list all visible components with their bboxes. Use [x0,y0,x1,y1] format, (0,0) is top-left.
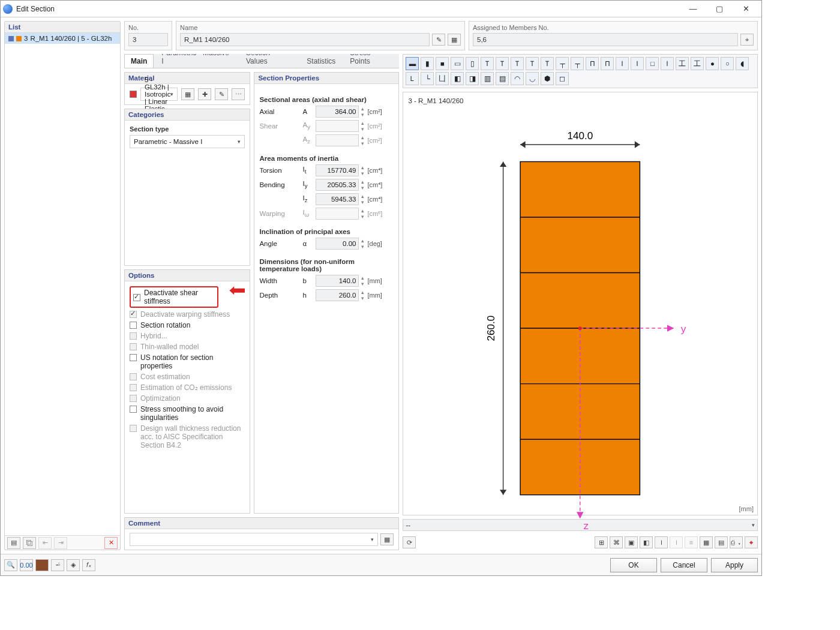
stepper-icon[interactable]: ▴▾ [359,289,366,301]
assigned-input[interactable]: 5,6 [473,33,738,46]
name-input[interactable]: R_M1 140/260 [180,33,430,46]
shape-button[interactable]: ▥ [481,72,494,85]
maximize-button[interactable]: ▢ [706,1,733,17]
shape-button[interactable]: ▭ [451,57,464,70]
stepper-icon[interactable]: ▴▾ [359,164,366,176]
shape-button[interactable]: ⬢ [541,72,554,85]
shape-button[interactable]: Π [586,57,599,70]
shape-button[interactable]: ◡ [526,72,539,85]
ok-button[interactable]: OK [610,558,657,572]
library-button[interactable]: ▦ [448,34,461,46]
stepper-icon[interactable]: ▴▾ [359,120,366,132]
edit-name-button[interactable]: ✎ [432,34,445,46]
stepper-icon[interactable]: ▴▾ [359,275,366,287]
shape-button[interactable]: Ｔ [481,57,494,70]
shape-button[interactable]: ▤ [496,72,509,85]
shape-button[interactable]: Ｌ [406,72,419,85]
list-item[interactable]: 3 R_M1 140/260 | 5 - GL32h [5,33,120,44]
material-new-button[interactable]: ✚ [198,88,211,100]
footer-help-button[interactable]: 🔍 [4,559,17,571]
property-value-input[interactable]: 260.0 [316,289,359,301]
material-edit-button[interactable]: ✎ [215,88,228,100]
shape-button[interactable]: ○ [721,57,734,70]
property-value-input[interactable]: 15770.49 [316,164,359,176]
footer-color-button[interactable] [35,559,49,571]
tab-main[interactable]: Main [124,54,154,68]
checkbox[interactable] [130,354,137,361]
shape-button[interactable]: ▯ [466,57,479,70]
footer-tool-button[interactable]: ⩫ [51,559,64,571]
property-value-input[interactable] [316,120,359,132]
checkbox[interactable] [133,294,140,301]
nav-next-button[interactable]: ⇥ [54,537,67,549]
footer-fx-button[interactable]: fₓ [82,559,95,571]
stepper-icon[interactable]: ▴▾ [359,208,366,220]
material-extra-button[interactable]: ⋯ [232,88,245,100]
stepper-icon[interactable]: ▴▾ [359,106,366,118]
copy-item-button[interactable]: ⿻ [23,537,36,549]
sectiontype-dropdown[interactable]: Parametric - Massive I ▾ [130,135,245,148]
shape-button[interactable]: 工 [676,57,689,70]
shape-button[interactable]: Ｉ [661,57,674,70]
shape-button[interactable]: ◨ [466,72,479,85]
material-library-button[interactable]: ▦ [181,88,194,100]
material-dropdown[interactable]: 5 - GL32h | Isotropic | Linear Elastic ▾ [140,88,178,101]
stepper-icon[interactable]: ▴▾ [359,193,366,205]
shape-button[interactable]: Ｉ [616,57,629,70]
shape-button[interactable]: ◖ [736,57,749,70]
option-row[interactable]: US notation for section properties [130,352,245,371]
shape-button[interactable]: └ [421,72,434,85]
no-input[interactable]: 3 [128,33,168,46]
footer-units-button[interactable]: 0.00 [20,559,33,571]
property-value-input[interactable]: 20505.33 [316,179,359,191]
new-item-button[interactable]: ▤ [7,537,20,549]
stepper-icon[interactable]: ▴▾ [359,238,366,250]
checkbox[interactable] [130,406,137,413]
tab-stress-points[interactable]: Stress Points [343,54,398,68]
shape-button[interactable]: ● [706,57,719,70]
property-value-input[interactable]: 0.00 [316,238,359,250]
nav-prev-button[interactable]: ⇤ [38,537,52,549]
shape-button[interactable]: 工 [691,57,704,70]
shape-button[interactable]: Ｔ [541,57,554,70]
property-value-input[interactable] [316,208,359,220]
shape-button[interactable]: 凵 [436,72,449,85]
shape-button[interactable]: ◻ [556,72,569,85]
option-row[interactable]: Section rotation [130,320,245,331]
tab-section-values[interactable]: Section Values [239,54,299,68]
shape-button[interactable]: Ｔ [496,57,509,70]
preview-tool-button[interactable]: Ｉ [670,536,683,548]
shape-button[interactable]: □ [646,57,659,70]
shape-button[interactable]: ■ [436,57,449,70]
shape-button[interactable]: Ｔ [526,57,539,70]
minimize-button[interactable]: — [680,1,706,17]
cancel-button[interactable]: Cancel [661,558,707,572]
shape-button[interactable]: Ｔ [511,57,524,70]
shape-button[interactable]: ▮ [421,57,434,70]
tab-parametric[interactable]: Parametric - Massive I [155,54,238,68]
comment-library-button[interactable]: ▦ [380,533,394,545]
shape-button[interactable]: ┬ [571,57,584,70]
shape-button[interactable]: ◧ [451,72,464,85]
pick-members-button[interactable]: ⌖ [740,34,754,46]
shape-button[interactable]: ┬ [556,57,569,70]
shape-button[interactable]: Ｉ [631,57,644,70]
delete-item-button[interactable]: ✕ [104,537,118,549]
footer-tool-button[interactable]: ◈ [67,559,80,571]
option-row[interactable]: Stress smoothing to avoid singularities [130,404,245,423]
shape-button[interactable]: ◠ [511,72,524,85]
shape-button[interactable]: ▬ [406,57,419,70]
property-value-input[interactable]: 5945.33 [316,193,359,205]
comment-input[interactable]: ▾ [130,533,378,546]
shape-button[interactable]: Π [601,57,614,70]
close-window-button[interactable]: ✕ [733,1,759,17]
property-value-input[interactable]: 364.00 [316,106,359,118]
apply-button[interactable]: Apply [711,558,758,572]
stepper-icon[interactable]: ▴▾ [359,179,366,191]
stepper-icon[interactable]: ▴▾ [359,134,366,146]
property-value-input[interactable]: 140.0 [316,275,359,287]
checkbox[interactable] [130,322,137,329]
preview-tool-button[interactable]: ≡ [685,536,698,548]
tab-statistics[interactable]: Statistics [300,54,342,68]
option-row[interactable]: Deactivate shear stiffness [130,285,245,309]
